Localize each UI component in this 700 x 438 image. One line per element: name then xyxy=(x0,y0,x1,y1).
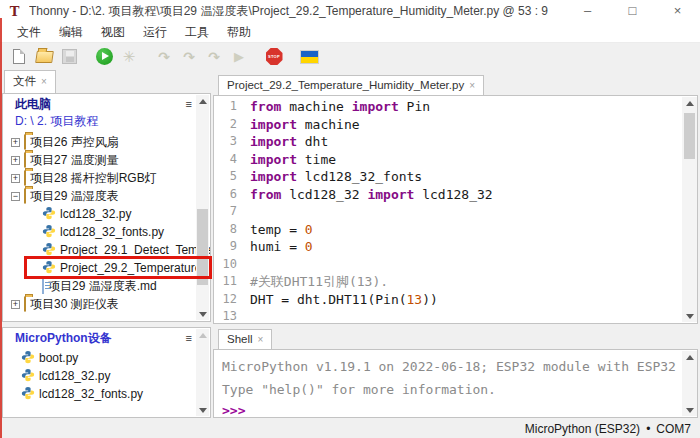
device-header-label[interactable]: MicroPython设备 xyxy=(15,330,112,347)
files-scrollbar[interactable] xyxy=(196,95,209,320)
shell-output-line: MicroPython v1.19.1 on 2022-06-18; ESP32… xyxy=(222,355,689,378)
maximize-button[interactable]: □ xyxy=(610,0,655,22)
python-file-icon xyxy=(42,242,56,259)
device-file-item[interactable]: boot.py xyxy=(3,349,210,367)
scroll-up-icon[interactable] xyxy=(682,97,697,109)
device-file-item[interactable]: lcd128_32.py xyxy=(3,367,210,385)
scroll-down-icon[interactable] xyxy=(682,310,697,322)
run-script-icon[interactable] xyxy=(92,45,116,69)
device-file-item[interactable]: lcd128_32_fonts.py xyxy=(3,385,210,403)
tree-item-label: 项目27 温度测量 xyxy=(30,152,119,169)
new-file-icon[interactable] xyxy=(7,45,31,69)
files-menu-icon[interactable]: ≡ xyxy=(186,99,192,109)
tree-item-label: 项目30 测距仪表 xyxy=(30,296,119,313)
menu-item-edit[interactable]: 编辑 xyxy=(50,22,92,43)
shell-scrollbar[interactable] xyxy=(682,351,697,416)
tree-item[interactable]: +项目26 声控风扇 xyxy=(3,133,210,151)
debug-script-icon: ✳ xyxy=(117,45,141,69)
tree-item-label: Project_29.2_Temperature_H xyxy=(60,261,211,275)
code-line[interactable]: 9humi = 0 xyxy=(214,238,681,256)
code-area[interactable]: 1from machine import Pin2import machine3… xyxy=(214,98,681,323)
tree-item[interactable]: +项目27 温度测量 xyxy=(3,151,210,169)
code-line[interactable]: 5import lcd128_32_fonts xyxy=(214,168,681,186)
expander-icon[interactable]: + xyxy=(11,138,20,147)
folder-file-icon xyxy=(24,153,26,167)
tree-item[interactable]: lcd128_32_fonts.py xyxy=(3,223,210,241)
line-number: 10 xyxy=(214,256,250,274)
current-path-link[interactable]: D: \ 2. 项目教程 xyxy=(15,113,98,130)
python-file-icon xyxy=(42,224,56,241)
scrollbar-thumb[interactable] xyxy=(684,113,695,159)
menu-item-run[interactable]: 运行 xyxy=(134,22,176,43)
folder-file-icon xyxy=(24,135,26,149)
editor-tab-close-icon[interactable]: × xyxy=(469,80,475,91)
folder-file-icon xyxy=(24,189,26,203)
code-line[interactable]: 10 xyxy=(214,256,681,274)
scroll-down-icon[interactable] xyxy=(196,308,209,320)
tab-shell[interactable]: Shell × xyxy=(218,329,272,349)
stop-restart-icon[interactable]: STOP xyxy=(262,45,286,69)
minimize-button[interactable]: – xyxy=(565,0,610,22)
menu-item-help[interactable]: 帮助 xyxy=(218,22,260,43)
menu-item-view[interactable]: 视图 xyxy=(92,22,134,43)
device-file-label: lcd128_32.py xyxy=(39,369,110,383)
tab-files-close-icon[interactable]: × xyxy=(41,76,47,87)
code-line[interactable]: 7 xyxy=(214,203,681,221)
code-line[interactable]: 12DHT = dht.DHT11(Pin(13)) xyxy=(214,291,681,309)
code-line[interactable]: 1from machine import Pin xyxy=(214,98,681,116)
tree-item[interactable]: +项目28 摇杆控制RGB灯 xyxy=(3,169,210,187)
open-file-icon[interactable] xyxy=(32,45,56,69)
file-tree: +项目26 声控风扇+项目27 温度测量+项目28 摇杆控制RGB灯−项目29 … xyxy=(3,133,210,313)
expander-icon[interactable]: − xyxy=(11,192,20,201)
code-line[interactable]: 8temp = 0 xyxy=(214,221,681,239)
backend-label[interactable]: MicroPython (ESP32) xyxy=(525,422,640,436)
tree-item[interactable]: lcd128_32.py xyxy=(3,205,210,223)
tree-item-selected[interactable]: Project_29.2_Temperature_H xyxy=(3,259,210,277)
close-button[interactable]: × xyxy=(655,0,700,22)
shell-tab-close-icon[interactable]: × xyxy=(258,334,264,345)
code-line[interactable]: 13 xyxy=(214,308,681,323)
code-line[interactable]: 11#关联DHT11引脚(13). xyxy=(214,273,681,291)
title-bar: T Thonny - D:\2. 项目教程\项目29 温湿度表\Project_… xyxy=(0,0,700,22)
device-scrollbar[interactable] xyxy=(196,329,209,416)
toolbar: ✳↷↷↷▶STOP xyxy=(0,43,700,70)
tree-item[interactable]: +项目30 测距仪表 xyxy=(3,295,210,313)
python-file-icon xyxy=(21,350,35,367)
thonny-logo-icon: T xyxy=(7,4,22,19)
step-over-icon: ↷ xyxy=(152,45,176,69)
device-menu-icon[interactable]: ≡ xyxy=(186,333,192,343)
code-line[interactable]: 3import dht xyxy=(214,133,681,151)
tree-item-label: 项目29 温湿度表.md xyxy=(48,278,157,295)
tree-item[interactable]: 项目29 温湿度表.md xyxy=(3,277,210,295)
tab-files-label: 文件 xyxy=(13,74,36,89)
menu-item-tools[interactable]: 工具 xyxy=(176,22,218,43)
scroll-up-icon[interactable] xyxy=(196,329,209,341)
scrollbar-thumb[interactable] xyxy=(197,209,208,285)
window-title: Thonny - D:\2. 项目教程\项目29 温湿度表\Project_29… xyxy=(29,3,565,20)
menu-item-file[interactable]: 文件 xyxy=(8,22,50,43)
scroll-down-icon[interactable] xyxy=(196,404,209,416)
code-line[interactable]: 4import time xyxy=(214,151,681,169)
tree-item[interactable]: −项目29 温湿度表 xyxy=(3,187,210,205)
scroll-up-icon[interactable] xyxy=(682,351,697,363)
tree-item[interactable]: Project_29.1_Detect_Tempe xyxy=(3,241,210,259)
code-editor[interactable]: 1from machine import Pin2import machine3… xyxy=(213,95,698,324)
language-flag-icon[interactable] xyxy=(297,45,321,69)
tab-files[interactable]: 文件 × xyxy=(4,70,56,93)
code-line[interactable]: 6from lcd128_32 import lcd128_32 xyxy=(214,186,681,204)
expander-icon[interactable]: + xyxy=(11,174,20,183)
shell-panel[interactable]: MicroPython v1.19.1 on 2022-06-18; ESP32… xyxy=(213,349,698,418)
code-line[interactable]: 2import machine xyxy=(214,116,681,134)
editor-scrollbar[interactable] xyxy=(682,97,697,322)
expander-icon[interactable]: + xyxy=(11,300,20,309)
shell-prompt[interactable]: >>> xyxy=(222,401,689,418)
python-file-icon xyxy=(42,260,56,277)
files-sidebar: 文件 × 此电脑 ≡ D: \ 2. 项目教程 +项目26 声控风扇+项目27 … xyxy=(0,70,213,419)
scroll-down-icon[interactable] xyxy=(682,404,697,416)
expander-icon[interactable]: + xyxy=(11,156,20,165)
this-computer-label[interactable]: 此电脑 xyxy=(15,96,51,113)
com-port-label[interactable]: COM7 xyxy=(656,422,691,436)
tab-editor-file[interactable]: Project_29.2_Temperature_Humidity_Meter.… xyxy=(218,75,484,95)
scroll-up-icon[interactable] xyxy=(196,95,209,107)
step-into-icon: ↷ xyxy=(177,45,201,69)
